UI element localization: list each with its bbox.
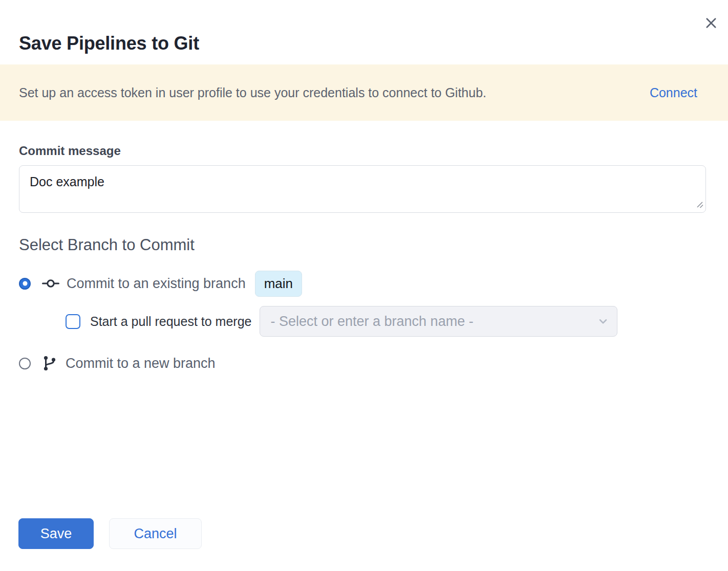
existing-branch-label[interactable]: Commit to an existing branch xyxy=(67,276,246,292)
commit-message-input[interactable]: Doc example xyxy=(19,165,706,213)
new-branch-label[interactable]: Commit to a new branch xyxy=(66,356,216,371)
save-button[interactable]: Save xyxy=(18,518,94,549)
dialog-footer: Save Cancel xyxy=(18,518,202,549)
existing-branch-radio[interactable] xyxy=(19,278,31,290)
existing-branch-option: Commit to an existing branch main xyxy=(19,271,302,296)
page-title: Save Pipelines to Git xyxy=(19,33,199,54)
commit-message-label: Commit message xyxy=(19,144,121,158)
chevron-down-icon xyxy=(596,315,610,328)
new-branch-option: Commit to a new branch xyxy=(19,351,216,376)
branch-badge: main xyxy=(255,271,302,297)
pull-request-checkbox[interactable] xyxy=(66,314,80,329)
new-branch-radio[interactable] xyxy=(19,358,31,369)
commit-message-field-wrap: Doc example xyxy=(19,165,706,213)
select-branch-heading: Select Branch to Commit xyxy=(19,236,195,254)
connect-link[interactable]: Connect xyxy=(650,85,697,100)
close-button[interactable] xyxy=(700,12,722,34)
close-icon xyxy=(704,16,718,30)
git-commit-icon xyxy=(41,277,60,290)
target-branch-select[interactable]: - Select or enter a branch name - xyxy=(260,306,617,337)
save-pipelines-dialog: Save Pipelines to Git Set up an access t… xyxy=(0,0,728,571)
git-branch-icon xyxy=(42,355,57,371)
banner-message: Set up an access token in user profile t… xyxy=(19,85,486,100)
access-token-banner: Set up an access token in user profile t… xyxy=(0,64,728,121)
target-branch-placeholder: - Select or enter a branch name - xyxy=(270,314,473,330)
pull-request-option: Start a pull request to merge - Select o… xyxy=(66,306,617,337)
pull-request-label[interactable]: Start a pull request to merge xyxy=(90,314,251,329)
cancel-button[interactable]: Cancel xyxy=(109,518,202,549)
